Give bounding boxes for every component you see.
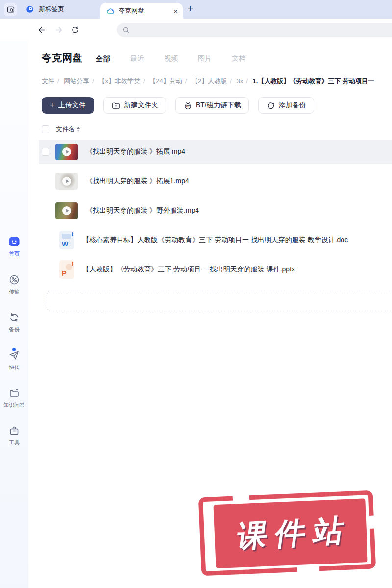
powerpoint-file-icon[interactable]: P [59,260,74,279]
button-label: 上传文件 [58,101,86,110]
folder-sparkle-icon [8,387,20,399]
notification-dot [12,348,16,351]
row-checkbox[interactable] [42,148,49,156]
bt-magnet-download-button[interactable]: BT BT/磁力链下载 [175,97,249,114]
search-icon [122,26,130,34]
reload-icon[interactable] [71,25,80,35]
select-all-checkbox[interactable] [42,125,49,133]
breadcrumb-item[interactable]: 文件 [42,77,54,85]
breadcrumb-separator: / [246,77,248,85]
table-row[interactable]: 《找出明天穿的服装 》拓展1.mp4 [39,170,392,193]
sidebar-label: 备份 [9,326,20,333]
tab-label: 夸克网盘 [119,6,144,15]
browser-tab-bar: 新标签页 夸克网盘 × + [0,0,392,19]
breadcrumb-separator: / [185,77,187,85]
sidebar-item-tools[interactable]: 工具 [8,425,20,446]
window-search-icon [6,5,15,14]
file-name[interactable]: 《找出明天穿的服装 》拓展1.mp4 [86,177,189,186]
tab-documents[interactable]: 文档 [232,54,245,64]
powerpoint-letter: P [62,270,66,277]
play-icon [62,206,71,215]
sidebar-label: 传输 [9,288,20,295]
sort-icon[interactable] [77,127,80,132]
svg-text:BT: BT [186,105,190,108]
sidebar-item-knowledge-qa[interactable]: 知识问答 [3,387,25,409]
add-backup-button[interactable]: 添加备份 [258,97,314,114]
breadcrumb-separator: / [143,77,145,85]
breadcrumb-item[interactable]: 【2】人教版 [192,77,227,85]
upload-file-button[interactable]: + 上传文件 [42,97,94,114]
page-title: 夸克网盘 [42,51,83,65]
file-name[interactable]: 《找出明天穿的服装 》拓展.mp4 [86,147,185,156]
button-label: 添加备份 [279,101,306,110]
word-file-icon[interactable]: W [59,231,74,249]
tab-videos[interactable]: 视频 [164,54,178,64]
bt-download-icon: BT [183,101,193,110]
transfer-icon [8,274,20,286]
kejianzhan-watermark-stamp: 课件站 [198,490,376,576]
breadcrumb: 文件/ 网站分享/ 【x】非教学类/ 【24】劳动/ 【2】人教版/ 3x/ 1… [42,77,392,86]
file-name[interactable]: 《找出明天穿的服装 》野外服装.mp4 [86,206,199,215]
tab-images[interactable]: 图片 [198,54,212,64]
breadcrumb-item[interactable]: 【x】非教学类 [99,77,141,85]
toolbox-icon [8,425,20,437]
quark-cloud-icon [106,7,115,15]
empty-dropzone[interactable] [47,291,392,311]
sidebar: 首页 传输 备份 快传 [0,41,28,588]
sidebar-label: 快传 [9,364,20,371]
back-icon[interactable] [37,25,47,35]
browser-tab-quark-drive[interactable]: 夸克网盘 × [100,3,183,19]
close-icon[interactable]: × [173,7,178,15]
filter-tabs: 全部 最近 视频 图片 文档 [96,54,245,64]
play-icon [62,177,71,186]
sidebar-label: 工具 [9,439,20,446]
file-name[interactable]: 【核心素养目标】人教版《劳动教育》三下 劳动项目一 找出明天穿的服装 教学设计.… [82,236,348,245]
quark-browser-icon [25,5,34,14]
new-tab-button[interactable]: + [187,2,193,14]
breadcrumb-separator: / [92,77,94,85]
browser-toolbar [0,19,392,41]
tab-all[interactable]: 全部 [96,54,110,64]
video-thumbnail[interactable] [55,144,78,160]
sidebar-label: 知识问答 [3,401,25,409]
sidebar-item-transfer[interactable]: 传输 [8,274,20,295]
stamp-text: 课件站 [227,509,355,558]
word-letter: W [62,240,68,248]
table-row[interactable]: 《找出明天穿的服装 》野外服装.mp4 [39,199,392,222]
plus-icon: + [50,100,55,110]
browser-tab-new-tab-page[interactable]: 新标签页 [25,0,64,19]
stamp-body: 课件站 [213,498,368,568]
breadcrumb-item[interactable]: 3x [236,77,243,85]
breadcrumb-item[interactable]: 网站分享 [64,77,89,85]
breadcrumb-separator: / [230,77,232,85]
drive-header: 夸克网盘 全部 最近 视频 图片 文档 [42,51,392,65]
home-cloud-icon [8,235,21,248]
sidebar-item-quick-send[interactable]: 快传 [8,349,20,371]
new-folder-button[interactable]: 新建文件夹 [103,97,166,114]
address-search-bar[interactable] [117,23,392,37]
sidebar-item-backup[interactable]: 备份 [8,312,20,333]
folder-plus-icon [111,101,121,110]
table-row[interactable]: W 【核心素养目标】人教版《劳动教育》三下 劳动项目一 找出明天穿的服装 教学设… [39,228,392,252]
workspace-search-button[interactable] [4,3,17,16]
sidebar-item-home[interactable]: 首页 [8,235,21,258]
table-row[interactable]: P 【人教版】《劳动教育》三下 劳动项目一 找出明天穿的服装 课件.pptx [39,258,392,281]
sync-icon [8,312,20,323]
file-list: 《找出明天穿的服装 》拓展.mp4 《找出明天穿的服装 》拓展1.mp4 《找出… [42,140,392,281]
action-bar: + 上传文件 新建文件夹 BT BT/磁力链下载 [42,97,392,114]
column-header-filename[interactable]: 文件名 [56,125,75,134]
breadcrumb-item[interactable]: 【24】劳动 [149,77,182,85]
table-row[interactable]: 《找出明天穿的服装 》拓展.mp4 [39,140,392,164]
tab-label: 新标签页 [39,5,64,14]
breadcrumb-separator: / [57,77,59,85]
tab-recent[interactable]: 最近 [130,54,144,64]
video-thumbnail[interactable] [55,202,78,219]
video-thumbnail[interactable] [55,173,78,190]
play-icon [62,147,71,156]
button-label: 新建文件夹 [124,101,158,110]
button-label: BT/磁力链下载 [196,101,241,110]
file-name[interactable]: 【人教版】《劳动教育》三下 劳动项目一 找出明天穿的服装 课件.pptx [82,265,295,274]
circular-arrow-icon [266,101,275,110]
forward-icon[interactable] [54,25,63,35]
file-table-header: 文件名 [42,125,392,134]
